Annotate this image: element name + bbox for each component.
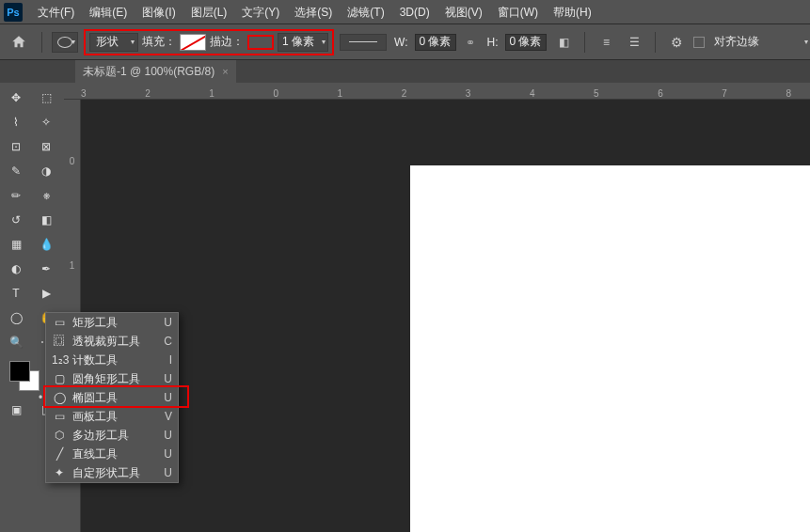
path-operations-icon[interactable]: ◧ [552,31,575,54]
tool-preset-button[interactable]: ▾ [52,32,78,53]
ruler-tick: 1 [70,260,75,271]
ruler-tick: 1 [209,88,214,99]
dodge-tool[interactable]: ◐ [2,258,30,280]
tool-icon: ✦ [52,466,67,479]
quickmask-tool[interactable]: ▣ [2,399,30,421]
height-label: H: [486,36,498,49]
flyout-item[interactable]: ⬡多边形工具U [46,426,178,445]
stroke-label: 描边： [210,34,244,50]
tool-icon: ⿴ [52,335,67,348]
menu-select[interactable]: 选择(S) [287,0,340,24]
type-tool[interactable]: T [2,282,30,305]
canvas-background[interactable] [81,100,810,532]
shape-tool-flyout: ▭矩形工具U⿴透视裁剪工具C1₂3计数工具I▢圆角矩形工具U◯椭圆工具U▭画板工… [45,312,179,483]
ruler-tick: 0 [273,88,278,99]
path-arrange-icon[interactable]: ☰ [623,31,645,54]
tool-shortcut: V [165,410,172,423]
tool-shortcut: U [164,466,172,479]
tool-icon: ⬡ [52,429,67,442]
width-input[interactable]: 0 像素 [415,34,456,51]
close-icon[interactable]: × [222,66,228,77]
healing-tool[interactable]: ◑ [32,160,60,182]
menu-window[interactable]: 窗口(W) [490,0,546,24]
pen-tool[interactable]: ✒ [32,258,60,280]
tool-label: 计数工具 [72,352,164,368]
menu-3d[interactable]: 3D(D) [392,0,437,24]
ruler-tick: 1 [338,88,343,99]
shape-mode-value: 形状 [96,34,119,50]
document-tab-bar: 未标题-1 @ 100%(RGB/8) × [0,60,810,83]
menu-image[interactable]: 图像(I) [135,0,183,24]
path-align-icon[interactable]: ≡ [595,31,617,54]
flyout-item[interactable]: ▢圆角矩形工具U [46,369,178,388]
move-tool[interactable]: ✥ [2,86,30,109]
link-wh-icon[interactable]: ⚭ [462,36,479,49]
document-tab[interactable]: 未标题-1 @ 100%(RGB/8) × [75,60,236,83]
magic-wand-tool[interactable]: ✧ [32,111,60,133]
stroke-style-select[interactable]: ▾ [340,34,387,51]
ruler-tick: 3 [466,88,471,99]
menu-edit[interactable]: 编辑(E) [82,0,135,24]
blur-tool[interactable]: 💧 [32,233,60,256]
width-value: 0 像素 [419,34,451,50]
ruler-tick: 2 [145,88,151,99]
zoom-tool[interactable]: 🔍 [2,331,30,353]
stroke-swatch[interactable] [247,35,274,50]
flyout-item[interactable]: 1₂3计数工具I [46,351,178,369]
tool-label: 多边形工具 [72,428,158,444]
app-logo: Ps [4,3,23,22]
eyedropper-tool[interactable]: ✎ [2,160,30,182]
tool-label: 画板工具 [72,409,159,425]
tool-icon: ◯ [52,391,67,404]
frame-tool[interactable]: ⊠ [32,135,60,158]
home-icon[interactable] [6,29,32,55]
ruler-tick: 8 [786,88,791,99]
flyout-item[interactable]: ✦自定形状工具U [46,463,178,482]
gear-icon[interactable]: ⚙ [665,31,688,54]
tool-label: 直线工具 [72,446,158,462]
path-select-tool[interactable]: ▶ [32,282,60,305]
menu-help[interactable]: 帮助(H) [546,0,599,24]
menu-file[interactable]: 文件(F) [30,0,82,24]
menu-layer[interactable]: 图层(L) [183,0,235,24]
eraser-tool[interactable]: ◧ [32,209,60,231]
gradient-tool[interactable]: ▦ [2,233,30,256]
tool-label: 透视裁剪工具 [72,334,158,350]
ruler-tick: 5 [594,88,599,99]
history-brush-tool[interactable]: ↺ [2,209,30,231]
flyout-item[interactable]: ╱直线工具U [46,445,178,463]
tool-label: 椭圆工具 [72,390,158,406]
tool-icon: ╱ [52,447,67,461]
height-value: 0 像素 [509,34,541,50]
lasso-tool[interactable]: ⌇ [2,111,30,133]
menu-type[interactable]: 文字(Y) [234,0,287,24]
ruler-tick: 6 [658,88,663,99]
separator [655,32,656,53]
document-title: 未标题-1 @ 100%(RGB/8) [83,64,214,80]
ruler-tick: 4 [530,88,535,99]
flyout-item[interactable]: ⿴透视裁剪工具C [46,332,178,351]
fill-swatch[interactable] [180,34,206,51]
tool-label: 圆角矩形工具 [72,371,158,387]
flyout-item[interactable]: ▭画板工具V [46,407,178,426]
clone-tool[interactable]: ⎈ [32,184,60,207]
height-input[interactable]: 0 像素 [505,34,547,51]
menu-view[interactable]: 视图(V) [437,0,490,24]
crop-tool[interactable]: ⊡ [2,135,30,158]
stroke-size-input[interactable]: 1 像素▾ [278,33,328,52]
fill-label: 填充： [142,34,176,50]
foreground-color[interactable] [9,361,30,382]
flyout-item[interactable]: ◯椭圆工具U [46,388,178,407]
ruler-horizontal: 321012345678 [64,83,810,100]
menu-filter[interactable]: 滤镜(T) [340,0,391,24]
shape-tool[interactable]: ◯ [2,306,30,329]
canvas[interactable] [410,165,810,532]
ruler-tick: 2 [402,88,407,99]
flyout-item[interactable]: ▭矩形工具U [46,313,178,332]
align-edges-checkbox[interactable] [693,37,705,48]
brush-tool[interactable]: ✏ [2,184,30,207]
marquee-tool[interactable]: ⬚ [32,86,60,109]
tool-icon: ▢ [52,372,67,385]
shape-mode-select[interactable]: 形状▾ [89,33,138,52]
tool-shortcut: U [164,391,172,404]
